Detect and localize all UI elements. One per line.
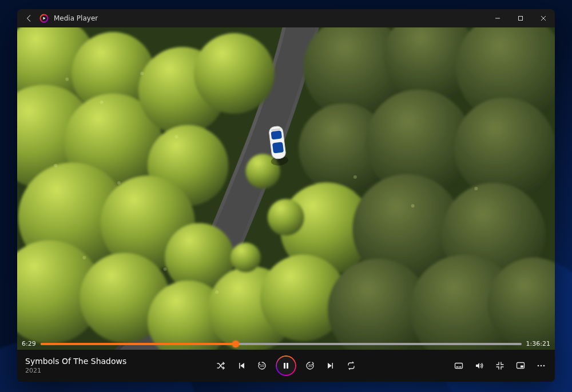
- svg-point-55: [538, 365, 539, 367]
- svg-point-36: [54, 164, 57, 167]
- seek-thumb[interactable]: [232, 341, 239, 347]
- titlebar: Media Player: [17, 9, 555, 27]
- back-button[interactable]: [21, 9, 38, 27]
- elapsed-time: 6:29: [22, 340, 36, 347]
- seek-fill: [41, 343, 236, 345]
- svg-point-32: [231, 243, 260, 273]
- seek-row: 6:29 1:36:21: [17, 340, 555, 347]
- app-icon: [38, 9, 50, 27]
- svg-rect-1: [519, 17, 523, 21]
- next-button[interactable]: [325, 360, 336, 371]
- mini-player-button[interactable]: [515, 360, 526, 371]
- svg-point-37: [117, 181, 121, 185]
- svg-point-22: [454, 98, 555, 199]
- now-playing-info: Symbols Of The Shadows 2021: [25, 357, 126, 374]
- svg-point-41: [215, 290, 219, 294]
- fullscreen-exit-button[interactable]: [494, 360, 506, 371]
- svg-point-56: [541, 365, 542, 367]
- app-title: Media Player: [54, 14, 98, 22]
- minimize-button[interactable]: [486, 9, 509, 27]
- total-time: 1:36:21: [526, 340, 550, 347]
- svg-point-43: [411, 204, 415, 207]
- svg-rect-52: [455, 363, 463, 369]
- captions-button[interactable]: [453, 360, 464, 371]
- repeat-button[interactable]: [345, 360, 357, 371]
- svg-rect-54: [521, 366, 523, 368]
- seek-slider[interactable]: [41, 343, 522, 345]
- previous-button[interactable]: [236, 360, 247, 371]
- svg-point-35: [140, 72, 144, 75]
- svg-point-31: [268, 199, 304, 235]
- svg-rect-53: [517, 363, 525, 369]
- svg-point-44: [474, 187, 478, 190]
- media-player-window: Media Player: [17, 9, 555, 382]
- svg-rect-50: [284, 363, 285, 369]
- skip-back-button[interactable]: 10: [256, 360, 268, 371]
- skip-forward-button[interactable]: 30: [304, 360, 316, 371]
- svg-rect-51: [287, 363, 288, 369]
- svg-point-39: [82, 256, 86, 259]
- track-title: Symbols Of The Shadows: [25, 357, 126, 367]
- video-surface[interactable]: 6:29 1:36:21: [17, 27, 555, 350]
- svg-point-34: [100, 101, 104, 104]
- svg-point-57: [543, 365, 545, 367]
- more-options-button[interactable]: [535, 360, 547, 371]
- svg-point-38: [175, 135, 178, 138]
- play-pause-button[interactable]: [277, 357, 295, 375]
- track-year: 2021: [25, 367, 126, 375]
- svg-point-40: [163, 267, 166, 271]
- shuffle-button[interactable]: [215, 360, 227, 371]
- svg-point-33: [65, 78, 69, 81]
- svg-rect-47: [271, 130, 282, 139]
- control-bar: Symbols Of The Shadows 2021: [17, 350, 555, 382]
- close-button[interactable]: [532, 9, 555, 27]
- maximize-button[interactable]: [509, 9, 532, 27]
- volume-button[interactable]: [474, 360, 485, 371]
- svg-point-42: [353, 175, 357, 179]
- svg-point-14: [194, 33, 275, 114]
- svg-rect-48: [272, 142, 284, 153]
- pause-icon: [283, 362, 289, 369]
